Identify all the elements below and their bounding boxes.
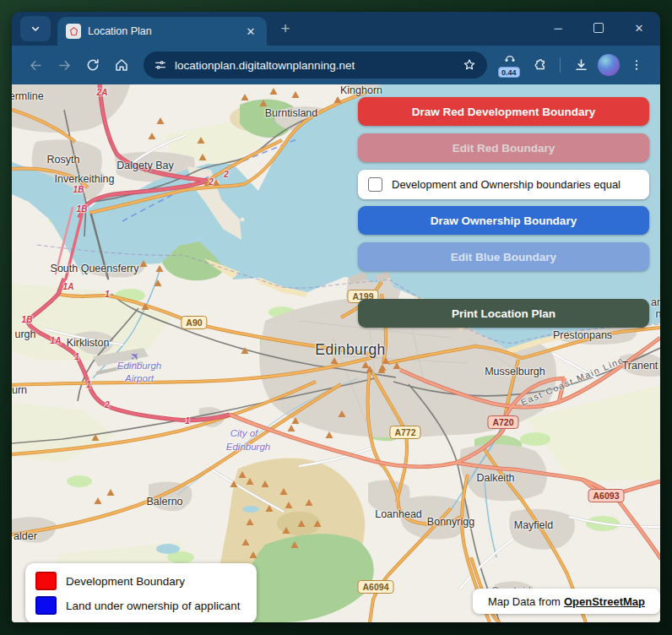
maximize-button[interactable] [589, 19, 608, 37]
draw-ownership-boundary-button[interactable]: Draw Ownership Boundary [358, 206, 649, 235]
tab-title: Location Plan [88, 25, 236, 37]
address-bar[interactable]: locationplan.digitaltownplanning.net [144, 52, 487, 79]
profile-avatar[interactable] [598, 54, 620, 76]
reload-icon [85, 57, 100, 73]
draw-red-boundary-button[interactable]: Draw Red Development Boundary [358, 97, 649, 126]
edit-blue-boundary-button[interactable]: Edit Blue Boundary [358, 242, 649, 271]
legend-swatch-blue [35, 596, 57, 615]
browser-toolbar: locationplan.digitaltownplanning.net 0.4… [12, 46, 660, 84]
chevron-down-icon [29, 22, 42, 35]
minimize-button[interactable]: ─ [549, 19, 567, 37]
forward-button[interactable] [52, 53, 76, 77]
puzzle-icon [532, 57, 547, 73]
maximize-icon [593, 23, 604, 33]
extensions-button[interactable] [528, 53, 551, 77]
tab-strip: Location Plan ✕ + ─ ✕ [12, 12, 660, 46]
print-location-plan-button[interactable]: Print Location Plan [358, 299, 649, 328]
edit-red-boundary-button[interactable]: Edit Red Boundary [358, 133, 649, 162]
boundaries-equal-checkbox[interactable] [368, 177, 382, 192]
url-text[interactable]: locationplan.digitaltownplanning.net [175, 59, 454, 72]
boundaries-equal-row: Development and Ownership boundaries equ… [358, 170, 649, 199]
boundaries-equal-label: Development and Ownership boundaries equ… [392, 178, 621, 191]
home-button[interactable] [110, 53, 133, 77]
reload-button[interactable] [81, 53, 105, 77]
legend-label-development: Development Boundary [66, 575, 185, 588]
download-button[interactable] [569, 53, 593, 77]
home-icon [114, 57, 129, 73]
kebab-menu-icon [630, 58, 643, 72]
back-button[interactable] [24, 53, 47, 77]
browser-window: Location Plan ✕ + ─ ✕ locationplan.digit… [12, 12, 660, 622]
attribution-text: Map Data from [488, 595, 561, 608]
map-canvas[interactable]: Dunfermline2ARosythDalgety BayInverkeith… [12, 84, 660, 622]
menu-button[interactable] [625, 53, 648, 77]
site-favicon-icon [66, 24, 81, 39]
download-icon [573, 57, 589, 73]
tab-location-plan[interactable]: Location Plan ✕ [57, 17, 267, 46]
boundary-control-panel: Draw Red Development Boundary Edit Red B… [358, 97, 649, 328]
bookmark-star-icon[interactable] [462, 57, 477, 73]
legend-row-development: Development Boundary [35, 572, 247, 590]
legend-row-ownership: Land under ownership of applicant [35, 596, 247, 615]
extension-badge: 0.44 [498, 67, 521, 78]
toolbar-divider [560, 57, 561, 73]
close-button[interactable]: ✕ [630, 19, 648, 37]
openstreetmap-link[interactable]: OpenStreetMap [564, 595, 645, 608]
forward-icon [57, 57, 73, 73]
window-controls: ─ ✕ [549, 19, 648, 37]
new-tab-button[interactable]: + [274, 17, 297, 41]
extension-glyph-icon [503, 52, 517, 63]
tab-search-button[interactable] [20, 16, 51, 41]
legend-swatch-red [35, 572, 57, 590]
extension-button[interactable]: 0.44 [497, 52, 523, 79]
map-legend: Development Boundary Land under ownershi… [25, 563, 257, 622]
legend-label-ownership: Land under ownership of applicant [66, 600, 240, 612]
back-icon [28, 57, 44, 73]
map-attribution: Map Data from OpenStreetMap [473, 589, 660, 614]
site-settings-icon[interactable] [154, 58, 167, 72]
tab-close-icon[interactable]: ✕ [243, 24, 258, 39]
